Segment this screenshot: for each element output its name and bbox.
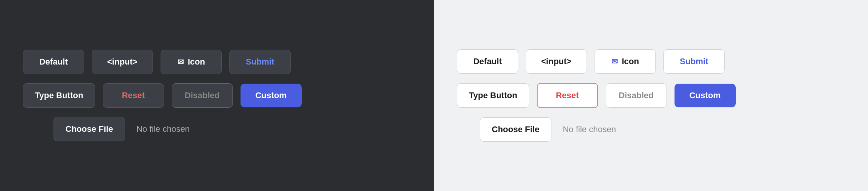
light-icon-button-label: Icon	[622, 57, 639, 66]
dark-reset-button[interactable]: Reset	[103, 83, 164, 108]
light-file-row: Choose File No file chosen	[480, 117, 845, 142]
dark-icon-button[interactable]: ✉ Icon	[161, 50, 222, 74]
dark-custom-button[interactable]: Custom	[241, 84, 302, 107]
light-panel: Default <input> ✉ Icon Submit Type Butto…	[434, 0, 868, 191]
dark-disabled-button: Disabled	[172, 83, 233, 108]
light-no-file-text: No file chosen	[563, 125, 616, 134]
dark-no-file-text: No file chosen	[137, 124, 190, 134]
icon-button-label: Icon	[188, 57, 205, 67]
light-disabled-button: Disabled	[606, 83, 667, 108]
dark-typebutton-button[interactable]: Type Button	[23, 83, 95, 108]
dark-panel: Default <input> ✉ Icon Submit Type Butto…	[0, 0, 434, 191]
dark-choose-file-button[interactable]: Choose File	[54, 117, 125, 141]
envelope-icon: ✉	[177, 57, 184, 66]
light-custom-button[interactable]: Custom	[675, 84, 736, 107]
envelope-icon-light: ✉	[611, 57, 618, 66]
light-row-2: Type Button Reset Disabled Custom	[457, 83, 845, 108]
light-choose-file-button[interactable]: Choose File	[480, 117, 551, 142]
light-reset-button[interactable]: Reset	[537, 83, 598, 108]
dark-input-button[interactable]: <input>	[92, 50, 153, 74]
dark-row-2: Type Button Reset Disabled Custom	[23, 83, 411, 108]
light-default-button[interactable]: Default	[457, 49, 518, 74]
light-input-button[interactable]: <input>	[526, 49, 587, 74]
light-typebutton-button[interactable]: Type Button	[457, 83, 529, 108]
dark-file-row: Choose File No file chosen	[54, 117, 411, 141]
light-row-1: Default <input> ✉ Icon Submit	[457, 49, 845, 74]
light-submit-button[interactable]: Submit	[663, 49, 725, 74]
light-icon-button[interactable]: ✉ Icon	[595, 49, 656, 74]
dark-submit-button[interactable]: Submit	[229, 50, 291, 74]
dark-row-1: Default <input> ✉ Icon Submit	[23, 50, 411, 74]
dark-default-button[interactable]: Default	[23, 50, 84, 74]
